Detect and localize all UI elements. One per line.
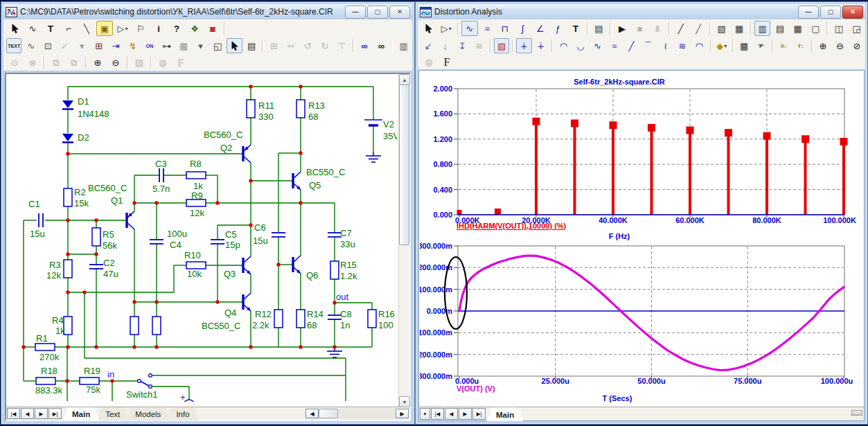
select-mode[interactable] <box>420 21 437 36</box>
data-points-toggle[interactable]: ▧ <box>494 38 509 53</box>
page-nav-btn[interactable]: ▶ <box>459 408 472 420</box>
line-mode[interactable]: ╲ <box>78 21 95 36</box>
page-nav-btn[interactable]: |◀ <box>7 408 20 419</box>
page-nav-dropdown[interactable]: ▾ <box>420 408 430 420</box>
page-nav-btn[interactable]: ◀ <box>21 408 34 419</box>
page-nav-btn[interactable]: |◀ <box>431 408 444 420</box>
zoom-in-button[interactable]: ⊕ <box>89 55 106 70</box>
find-button[interactable]: ∞ <box>373 38 389 53</box>
tab-info[interactable]: Info <box>167 407 198 420</box>
flag-mode[interactable]: ⚐ <box>132 21 149 36</box>
slope-button[interactable]: ╱ <box>623 38 639 53</box>
color-bucket-button[interactable]: ◆▾ <box>714 38 729 53</box>
minimize-button[interactable]: — <box>798 6 819 19</box>
high-button[interactable]: ∿ <box>590 38 605 53</box>
global-low-button[interactable]: ≋ <box>675 38 690 53</box>
align-cursors-mode[interactable]: ≈ <box>479 21 496 36</box>
restore-button[interactable]: ▢ <box>820 6 841 19</box>
run-button[interactable]: ▶ <box>614 21 630 36</box>
node-numbers-toggle[interactable]: ⇥ <box>108 38 123 53</box>
properties-button[interactable]: ▤ <box>244 38 259 53</box>
scroll-up-button[interactable]: ▲ <box>399 74 410 85</box>
hscroll-thumb[interactable] <box>319 409 338 418</box>
global-high-button[interactable]: ≀ <box>657 38 673 53</box>
wire-mode[interactable]: ∿ <box>24 21 41 36</box>
pin-dropdown[interactable]: ▾ <box>74 38 89 53</box>
split-plot-button[interactable]: ◫ <box>831 21 847 36</box>
minimize-button[interactable]: — <box>345 6 366 19</box>
grid-dropdown[interactable]: ▾ <box>193 38 208 53</box>
diode-mode[interactable]: ▷▾ <box>114 21 131 36</box>
hscroll-left-button[interactable]: ◀ <box>305 409 319 418</box>
peak-button[interactable]: ◠ <box>556 38 571 53</box>
select-curve-mode[interactable]: ∿ <box>461 21 478 36</box>
zoom-out-button[interactable]: ⊖ <box>107 55 124 70</box>
find-part-button[interactable]: ∞ <box>357 38 372 53</box>
pattern-vlines-button[interactable]: ▥ <box>754 21 771 36</box>
go-to-y-icon[interactable]: ↧ <box>454 38 470 53</box>
info-mode[interactable]: i <box>150 21 167 36</box>
close-button[interactable]: ✕ <box>842 6 863 19</box>
attribute-text-toggle[interactable]: ∿ <box>23 38 38 53</box>
tab-models[interactable]: Models <box>126 407 170 420</box>
polyline-mode[interactable]: ╱ <box>690 21 707 36</box>
node-voltages-toggle[interactable]: ↯ <box>125 38 140 53</box>
valley-button[interactable]: ◡ <box>573 38 588 53</box>
vertical-scrollbar[interactable]: ▲ ▼ <box>398 74 409 407</box>
select-box-icon[interactable]: ▧ <box>714 21 730 36</box>
vertical-cursor-toggle[interactable]: ∔ <box>533 38 549 53</box>
hscroll-track[interactable] <box>338 408 395 419</box>
inflection-button[interactable]: ⌒ <box>641 38 656 53</box>
border-toggle[interactable]: ◱ <box>210 38 225 53</box>
schematic-canvas[interactable]: D11N4148D2R215kC115uBC560_CQ1R556kR312kC… <box>8 76 397 402</box>
select-mode[interactable] <box>6 21 23 36</box>
page-nav-btn[interactable]: ▶| <box>48 408 62 419</box>
page-nav-btn[interactable]: ▶ <box>35 408 48 419</box>
pin-names-toggle[interactable]: ⊡ <box>40 38 55 53</box>
line-mode[interactable]: ╱ <box>673 21 689 36</box>
waveform-buffer-mode[interactable]: ∫ <box>515 21 531 36</box>
text-layer-toggle[interactable]: TEXT <box>6 38 21 53</box>
scroll-down-button[interactable]: ▼ <box>399 396 410 407</box>
left-titlebar[interactable]: C:\MC9\DATA\Petrov\switching distortion\… <box>3 4 412 19</box>
tab-text[interactable]: Text <box>96 407 129 420</box>
pattern-hlines-button[interactable]: ▤ <box>772 21 788 36</box>
zoom-out-button[interactable]: ⊖ <box>832 38 847 53</box>
text-mode[interactable]: T <box>567 21 584 36</box>
component-box-icon[interactable]: ▣ <box>96 21 113 36</box>
go-to-branch-icon[interactable]: ↙ <box>420 38 436 53</box>
page-nav-btn[interactable]: ▶| <box>472 408 486 420</box>
properties-button[interactable]: ▤ <box>591 21 608 36</box>
grid-toggle[interactable]: ▦ <box>176 38 191 53</box>
fft-function-mode[interactable]: ƒ <box>550 21 567 36</box>
label-branches-button[interactable]: 'P' <box>753 38 768 53</box>
pane-resize-grip[interactable] <box>851 410 862 416</box>
cursor-mode[interactable] <box>227 38 242 53</box>
right-titlebar[interactable]: Distortion Analysis —▢✕ <box>418 4 865 19</box>
ortho-wire-mode[interactable]: ⌐ <box>60 21 77 36</box>
measure-box-mode[interactable]: ⊓ <box>497 21 513 36</box>
tab-main[interactable]: Main <box>487 407 523 421</box>
hscroll-right-button[interactable]: ▶ <box>396 409 409 418</box>
text-mode[interactable]: T <box>42 21 59 36</box>
on-state-toggle[interactable]: ON <box>142 38 157 53</box>
envelope-button[interactable]: ◠ <box>691 38 707 53</box>
slider-toggle[interactable]: ⊞ <box>91 38 106 53</box>
zoom-fit-button[interactable]: ⊘ <box>849 38 865 53</box>
normalize-x-button[interactable]: X↕ <box>776 38 791 53</box>
go-to-x-icon[interactable]: ↓ <box>437 38 452 53</box>
horizontal-cursor-toggle[interactable]: ∔ <box>516 38 531 53</box>
diagonal-scale-button[interactable]: ◲ <box>849 21 865 36</box>
pattern-dots-button[interactable]: ▢ <box>808 21 824 36</box>
low-button[interactable]: ≈ <box>607 38 622 53</box>
analysis-plot-area[interactable]: Self-6tr_2kHz-square.CIR2.0001.6001.2000… <box>420 71 864 405</box>
scroll-thumb[interactable] <box>399 85 409 245</box>
diode-mode[interactable]: ▷▾ <box>439 21 455 36</box>
step-curve-mode[interactable]: ∠ <box>532 21 549 36</box>
tab-main[interactable]: Main <box>63 407 99 420</box>
model-icon[interactable]: ◙ <box>204 21 221 36</box>
html-export-icon[interactable]: ❖ <box>186 21 203 36</box>
close-button[interactable]: ✕ <box>389 6 410 19</box>
pattern-grid-button[interactable]: ▦ <box>790 21 806 36</box>
normalize-y-button[interactable]: Y↕ <box>792 38 808 53</box>
